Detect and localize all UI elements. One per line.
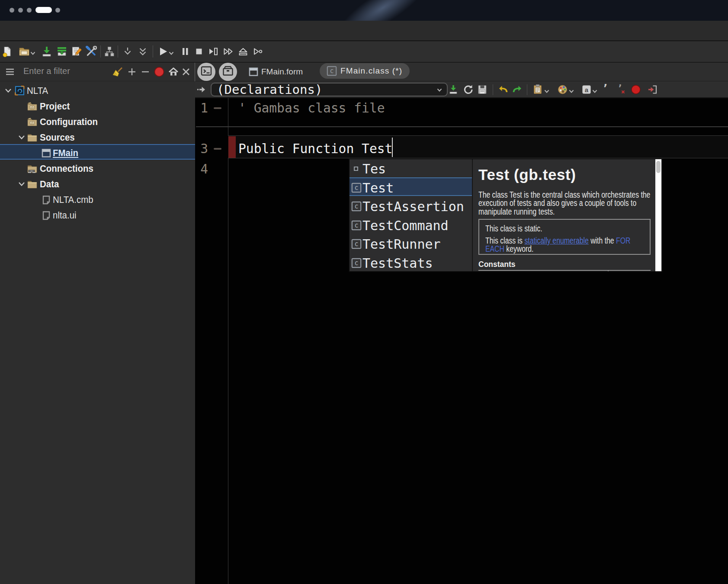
class-icon: c — [327, 66, 337, 76]
tree-item-label: nlta.ui — [53, 210, 77, 221]
stop-icon[interactable] — [192, 45, 205, 58]
toolbar-separator — [493, 84, 493, 95]
titlebar-dot-1[interactable] — [10, 8, 14, 13]
tab-label: FMain.class (*) — [340, 66, 402, 76]
doc-constants-heading: Constants — [478, 260, 516, 269]
save-project-icon[interactable] — [40, 45, 53, 58]
terminal-button[interactable] — [197, 63, 215, 81]
collapse-icon[interactable] — [121, 45, 134, 58]
completion-item-testrunner[interactable]: cTestRunner — [350, 234, 472, 253]
reload-icon[interactable] — [462, 83, 475, 96]
doc-box-line: EACH keyword. — [485, 244, 533, 254]
tree-item-nlta-cmb[interactable]: NLTA.cmb — [0, 192, 195, 207]
uncomment-icon[interactable]: ’ — [615, 83, 628, 96]
comment-icon[interactable]: ’ — [599, 83, 612, 96]
tree-item-project[interactable]: Project — [0, 98, 195, 114]
tree-item-nlta-ui[interactable]: nlta.ui — [0, 207, 195, 223]
finish-icon[interactable] — [237, 45, 250, 58]
titlebar-dot-4[interactable] — [55, 8, 60, 13]
completion-item-tes[interactable]: Tes — [350, 159, 472, 178]
titlebar-dot-3[interactable] — [27, 8, 32, 13]
pause-icon[interactable] — [179, 45, 192, 58]
tools-icon[interactable] — [85, 45, 98, 58]
completion-item-testassertion[interactable]: cTestAssertion — [350, 197, 472, 216]
run-icon[interactable] — [157, 45, 170, 58]
completion-item-testcommand[interactable]: cTestCommand — [350, 216, 472, 235]
folder-doc-icon — [27, 117, 37, 127]
completion-item-teststats[interactable]: cTestStats — [350, 253, 472, 273]
paste-icon-chevron[interactable] — [544, 88, 550, 96]
folder-doc-icon — [27, 101, 37, 111]
class-icon: c — [351, 239, 362, 249]
chevron-down-icon[interactable] — [4, 87, 12, 94]
archive-button[interactable] — [219, 63, 237, 81]
record-icon[interactable] — [153, 66, 165, 78]
titlebar-dot-2[interactable] — [18, 8, 23, 13]
doc-link[interactable]: statically enumerable — [524, 236, 588, 245]
documentation-panel: Test (gb.test) The class Test is the cen… — [473, 159, 662, 271]
titlebar-pill[interactable] — [35, 7, 52, 13]
doc-table-top-border — [478, 270, 651, 271]
format-icon[interactable] — [556, 83, 569, 96]
main-toolbar — [0, 41, 728, 63]
tree-item-nlta[interactable]: NLTA — [0, 83, 195, 98]
tab-fmain-class-[interactable]: cFMain.class (*) — [320, 63, 410, 79]
tree-item-configuration[interactable]: Configuration — [0, 114, 195, 129]
case-icon-chevron[interactable] — [592, 88, 598, 96]
tree-item-sources[interactable]: Sources — [0, 129, 195, 145]
goto-arrow-icon[interactable] — [196, 83, 209, 96]
svg-text:c: c — [354, 184, 358, 192]
home-icon[interactable] — [167, 66, 180, 78]
step-into-icon[interactable] — [207, 45, 220, 58]
tree-item-data[interactable]: Data — [0, 176, 195, 192]
open-project-icon[interactable] — [18, 45, 31, 58]
undo-icon[interactable] — [497, 83, 510, 96]
chevron-down-icon[interactable] — [18, 180, 26, 188]
filter-input[interactable]: Enter a filter — [23, 66, 70, 76]
tree-item-fmain[interactable]: FMain — [0, 144, 195, 160]
doc-scrollbar[interactable] — [655, 159, 661, 271]
svg-text:c: c — [354, 240, 358, 248]
edit-properties-icon[interactable] — [70, 45, 83, 58]
redo-icon[interactable] — [511, 83, 524, 96]
gutter-line-number: 1 — [195, 101, 208, 116]
code-line: Public Function Test — [238, 141, 392, 156]
case-icon[interactable]: a — [580, 83, 593, 96]
step-out-icon[interactable] — [251, 45, 264, 58]
run-icon-chevron[interactable] — [168, 50, 174, 58]
format-icon-chevron[interactable] — [568, 88, 574, 96]
expand-all-icon[interactable] — [136, 45, 149, 58]
fold-marker[interactable] — [214, 107, 221, 109]
hamburger-icon[interactable] — [4, 66, 16, 78]
open-project-icon-chevron[interactable] — [30, 50, 36, 58]
tree-item-label: Project — [40, 101, 70, 112]
fold-marker[interactable] — [214, 148, 221, 150]
minus-icon[interactable] — [139, 66, 151, 78]
completion-item-test[interactable]: cTest — [350, 177, 472, 196]
procedure-combo-value: (Declarations) — [217, 82, 322, 97]
tab-fmain-form[interactable]: FMain.form — [249, 63, 303, 81]
hierarchy-icon[interactable] — [103, 45, 116, 58]
close-icon[interactable] — [180, 66, 192, 78]
step-over-icon[interactable] — [222, 45, 235, 58]
breakpoint-icon[interactable] — [629, 83, 642, 96]
chevron-down-icon[interactable] — [18, 133, 26, 141]
save-icon[interactable] — [447, 83, 460, 96]
paste-icon[interactable] — [531, 83, 544, 96]
completion-list[interactable]: TescTestcTestAssertioncTestCommandcTestR… — [350, 159, 472, 271]
tree-item-connections[interactable]: Connections — [0, 160, 195, 176]
doc-scrollbar-thumb[interactable] — [656, 161, 661, 173]
tree-item-label: Data — [40, 179, 59, 190]
file-icon — [41, 210, 51, 220]
import-icon[interactable] — [55, 45, 68, 58]
save-as-icon[interactable] — [476, 83, 489, 96]
new-file-icon[interactable] — [1, 45, 14, 58]
broom-icon[interactable] — [112, 66, 124, 78]
goto-line-icon[interactable] — [646, 83, 659, 96]
procedure-combo[interactable]: (Declarations) — [211, 83, 448, 96]
archive-icon — [221, 64, 234, 79]
gutter-line-number: 3 — [195, 141, 208, 156]
tree-item-label: Sources — [40, 132, 75, 143]
svg-text:a: a — [585, 86, 589, 93]
plus-icon[interactable] — [126, 66, 138, 78]
